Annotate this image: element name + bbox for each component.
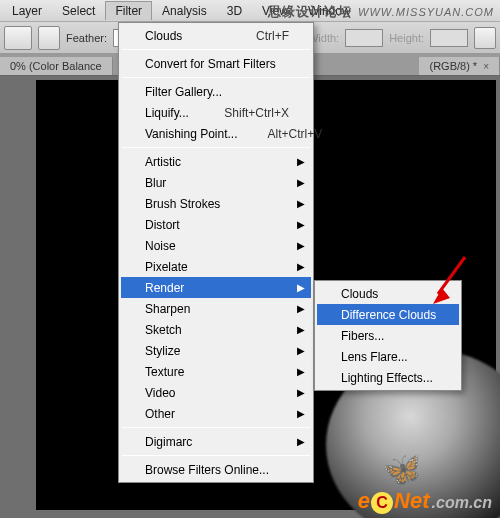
menu-item-label: Filter Gallery... <box>145 85 222 99</box>
menu-video[interactable]: Video▶ <box>121 382 311 403</box>
menu-stylize[interactable]: Stylize▶ <box>121 340 311 361</box>
menu-brush-strokes[interactable]: Brush Strokes▶ <box>121 193 311 214</box>
submenu-arrow-icon: ▶ <box>297 345 305 356</box>
menu-item-label: Other <box>145 407 175 421</box>
watermark-top-url: WWW.MISSYUAN.COM <box>358 6 494 18</box>
menu-item-label: Blur <box>145 176 166 190</box>
submenu-arrow-icon: ▶ <box>297 324 305 335</box>
menu-distort[interactable]: Distort▶ <box>121 214 311 235</box>
menu-item-label: Brush Strokes <box>145 197 220 211</box>
watermark-top: 思缘设计论坛 WWW.MISSYUAN.COM <box>268 3 494 21</box>
menu-item-label: Distort <box>145 218 180 232</box>
menu-item-label: Clouds <box>341 287 378 301</box>
menu-3d[interactable]: 3D <box>217 1 252 21</box>
wm-net: Net <box>394 488 429 514</box>
menu-separator <box>122 49 310 50</box>
wm-com: .com.cn <box>432 494 492 512</box>
menu-layer[interactable]: Layer <box>2 1 52 21</box>
submenu-fibers[interactable]: Fibers... <box>317 325 459 346</box>
menu-last-filter[interactable]: CloudsCtrl+F <box>121 25 311 46</box>
height-label: Height: <box>389 32 424 44</box>
menu-sketch[interactable]: Sketch▶ <box>121 319 311 340</box>
document-tab-left[interactable]: 0% (Color Balance <box>0 57 113 75</box>
menu-item-label: Lens Flare... <box>341 350 408 364</box>
menu-item-label: Digimarc <box>145 435 192 449</box>
watermark-bottom: e C Net .com.cn <box>358 488 492 514</box>
menu-noise[interactable]: Noise▶ <box>121 235 311 256</box>
menu-item-label: Convert for Smart Filters <box>145 57 276 71</box>
menu-digimarc[interactable]: Digimarc▶ <box>121 431 311 452</box>
menu-separator <box>122 77 310 78</box>
selection-mode-icon[interactable] <box>38 26 60 50</box>
menu-separator <box>122 147 310 148</box>
menu-select[interactable]: Select <box>52 1 105 21</box>
menu-item-label: Clouds <box>145 29 182 43</box>
document-tab-right[interactable]: (RGB/8) * × <box>419 57 500 75</box>
close-icon[interactable]: × <box>483 61 489 72</box>
submenu-arrow-icon: ▶ <box>297 177 305 188</box>
menu-convert-smart[interactable]: Convert for Smart Filters <box>121 53 311 74</box>
submenu-arrow-icon: ▶ <box>297 282 305 293</box>
menu-analysis[interactable]: Analysis <box>152 1 217 21</box>
submenu-difference-clouds[interactable]: Difference Clouds <box>317 304 459 325</box>
menu-item-label: Noise <box>145 239 176 253</box>
butterfly-icon: 🦋 <box>380 447 425 490</box>
menu-item-label: Texture <box>145 365 184 379</box>
watermark-top-cn: 思缘设计论坛 <box>268 3 352 21</box>
submenu-arrow-icon: ▶ <box>297 436 305 447</box>
menu-shortcut: Alt+Ctrl+V <box>238 127 323 141</box>
menu-other[interactable]: Other▶ <box>121 403 311 424</box>
menu-separator <box>122 427 310 428</box>
submenu-arrow-icon: ▶ <box>297 156 305 167</box>
submenu-arrow-icon: ▶ <box>297 408 305 419</box>
menu-item-label: Difference Clouds <box>341 308 436 322</box>
height-input <box>430 29 468 47</box>
submenu-clouds[interactable]: Clouds <box>317 283 459 304</box>
submenu-lighting-effects[interactable]: Lighting Effects... <box>317 367 459 388</box>
tool-preset-icon[interactable] <box>4 26 32 50</box>
feather-label: Feather: <box>66 32 107 44</box>
menu-texture[interactable]: Texture▶ <box>121 361 311 382</box>
tab-label: (RGB/8) * <box>429 60 477 72</box>
menu-separator <box>122 455 310 456</box>
wm-c: C <box>371 492 393 514</box>
options-button[interactable] <box>474 27 496 49</box>
menu-browse-filters[interactable]: Browse Filters Online... <box>121 459 311 480</box>
menu-item-label: Sharpen <box>145 302 190 316</box>
submenu-arrow-icon: ▶ <box>297 366 305 377</box>
menu-shortcut: Ctrl+F <box>226 29 289 43</box>
menu-liquify[interactable]: Liquify...Shift+Ctrl+X <box>121 102 311 123</box>
menu-artistic[interactable]: Artistic▶ <box>121 151 311 172</box>
menu-vanishing-point[interactable]: Vanishing Point...Alt+Ctrl+V <box>121 123 311 144</box>
submenu-arrow-icon: ▶ <box>297 261 305 272</box>
submenu-arrow-icon: ▶ <box>297 387 305 398</box>
menu-item-label: Stylize <box>145 344 180 358</box>
menu-filter[interactable]: Filter <box>105 1 152 20</box>
menu-item-label: Browse Filters Online... <box>145 463 269 477</box>
menu-item-label: Sketch <box>145 323 182 337</box>
menu-blur[interactable]: Blur▶ <box>121 172 311 193</box>
wm-e: e <box>358 488 370 514</box>
submenu-lens-flare[interactable]: Lens Flare... <box>317 346 459 367</box>
filter-menu: CloudsCtrl+FConvert for Smart FiltersFil… <box>118 22 314 483</box>
submenu-arrow-icon: ▶ <box>297 219 305 230</box>
menu-shortcut: Shift+Ctrl+X <box>194 106 289 120</box>
menu-item-label: Fibers... <box>341 329 384 343</box>
menu-item-label: Render <box>145 281 184 295</box>
width-input <box>345 29 383 47</box>
menu-item-label: Lighting Effects... <box>341 371 433 385</box>
menu-item-label: Liquify... <box>145 106 189 120</box>
menu-sharpen[interactable]: Sharpen▶ <box>121 298 311 319</box>
menu-item-label: Artistic <box>145 155 181 169</box>
menu-render[interactable]: Render▶ <box>121 277 311 298</box>
tab-label: 0% (Color Balance <box>10 60 102 72</box>
menu-item-label: Video <box>145 386 175 400</box>
submenu-arrow-icon: ▶ <box>297 303 305 314</box>
menu-pixelate[interactable]: Pixelate▶ <box>121 256 311 277</box>
menu-item-label: Pixelate <box>145 260 188 274</box>
submenu-arrow-icon: ▶ <box>297 198 305 209</box>
render-submenu: CloudsDifference CloudsFibers...Lens Fla… <box>314 280 462 391</box>
menu-filter-gallery[interactable]: Filter Gallery... <box>121 81 311 102</box>
submenu-arrow-icon: ▶ <box>297 240 305 251</box>
menu-item-label: Vanishing Point... <box>145 127 238 141</box>
